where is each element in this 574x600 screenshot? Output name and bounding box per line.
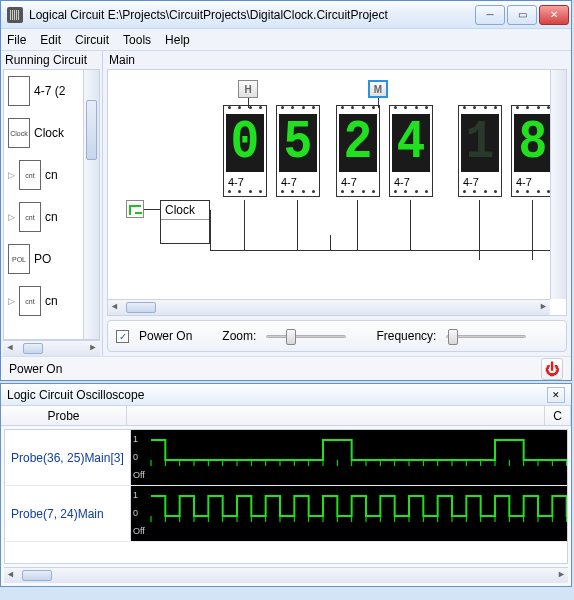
- menu-file[interactable]: File: [7, 33, 26, 47]
- sidebar-title: Running Circuit: [1, 51, 102, 69]
- oscilloscope-hscrollbar[interactable]: [4, 567, 568, 583]
- sidebar-hscrollbar[interactable]: [3, 340, 100, 356]
- sidebar-vscrollbar[interactable]: [83, 70, 99, 339]
- oscilloscope-titlebar[interactable]: Logic Circuit Oscilloscope ✕: [1, 384, 571, 406]
- clock-source-icon[interactable]: [126, 200, 144, 218]
- axis-label: 1: [133, 490, 138, 500]
- chip-icon: POL: [8, 244, 30, 274]
- seven-seg-module[interactable]: 44-7: [389, 105, 433, 197]
- clock-chip-label: Clock: [161, 201, 209, 220]
- probe-plot[interactable]: 1 0 Off: [131, 430, 567, 485]
- expand-icon[interactable]: ▷: [8, 170, 15, 180]
- list-item-label: PO: [34, 252, 51, 266]
- status-text: Power On: [9, 362, 62, 376]
- axis-label: Off: [133, 526, 145, 536]
- canvas-hscrollbar[interactable]: [108, 299, 550, 315]
- axis-label: 0: [133, 452, 138, 462]
- menubar: File Edit Circuit Tools Help: [1, 29, 571, 51]
- canvas-vscrollbar[interactable]: [550, 70, 566, 299]
- power-checkbox[interactable]: ✓: [116, 330, 129, 343]
- frequency-slider[interactable]: [446, 327, 526, 345]
- maximize-button[interactable]: ▭: [507, 5, 537, 25]
- col-probe[interactable]: Probe: [1, 406, 127, 425]
- list-item-label: cn: [45, 294, 58, 308]
- probe-row: Probe(36, 25)Main[3] 1 0 Off: [5, 430, 567, 486]
- digit: 4: [397, 117, 426, 170]
- circuit-explorer[interactable]: 4-7 (2 ClockClock ▷cntcn ▷cntcn POLPO ▷c…: [3, 69, 100, 340]
- button-m[interactable]: M: [368, 80, 388, 98]
- axis-label: Off: [133, 470, 145, 480]
- probe-row: Probe(7, 24)Main 1 0 Off: [5, 486, 567, 542]
- probe-plot[interactable]: 1 0 Off: [131, 486, 567, 541]
- menu-edit[interactable]: Edit: [40, 33, 61, 47]
- digit: 8: [519, 117, 548, 170]
- chip-icon: cnt: [19, 202, 41, 232]
- menu-circuit[interactable]: Circuit: [75, 33, 109, 47]
- window-title: Logical Circuit E:\Projects\CircuitProje…: [29, 8, 475, 22]
- seven-seg-module[interactable]: 04-7: [223, 105, 267, 197]
- sidebar: Running Circuit 4-7 (2 ClockClock ▷cntcn…: [1, 51, 103, 356]
- col-c[interactable]: C: [545, 406, 571, 425]
- list-item-label: 4-7 (2: [34, 84, 65, 98]
- digit: 1: [466, 117, 495, 170]
- oscilloscope-body: Probe(36, 25)Main[3] 1 0 Off Probe(7, 24…: [4, 429, 568, 564]
- chip-icon: cnt: [19, 160, 41, 190]
- chip-icon: Clock: [8, 118, 30, 148]
- digit: 5: [284, 117, 313, 170]
- module-label: 4-7: [224, 174, 266, 190]
- seven-seg-module[interactable]: 14-7: [458, 105, 502, 197]
- menu-help[interactable]: Help: [165, 33, 190, 47]
- seven-seg-module[interactable]: 84-7: [511, 105, 550, 197]
- statusbar: Power On ⏻: [1, 356, 571, 380]
- chip-icon: [8, 76, 30, 106]
- frequency-label: Frequency:: [376, 329, 436, 343]
- probe-label[interactable]: Probe(36, 25)Main[3]: [5, 430, 131, 485]
- power-label: Power On: [139, 329, 192, 343]
- zoom-label: Zoom:: [222, 329, 256, 343]
- list-item-label: cn: [45, 210, 58, 224]
- control-bar: ✓ Power On Zoom: Frequency:: [107, 320, 567, 352]
- module-label: 4-7: [512, 174, 550, 190]
- app-icon: [7, 7, 23, 23]
- digit: 2: [344, 117, 373, 170]
- seven-seg-module[interactable]: 54-7: [276, 105, 320, 197]
- power-button-icon[interactable]: ⏻: [541, 358, 563, 380]
- oscilloscope-close-icon[interactable]: ✕: [547, 387, 565, 403]
- clock-chip[interactable]: Clock: [160, 200, 210, 244]
- canvas-title: Main: [103, 51, 571, 69]
- minimize-button[interactable]: ─: [475, 5, 505, 25]
- menu-tools[interactable]: Tools: [123, 33, 151, 47]
- expand-icon[interactable]: ▷: [8, 296, 15, 306]
- titlebar[interactable]: Logical Circuit E:\Projects\CircuitProje…: [1, 1, 571, 29]
- circuit-canvas[interactable]: H M 04-7 54-7 24-7 44-7: [108, 70, 550, 299]
- oscilloscope-header: Probe C: [1, 406, 571, 426]
- chip-icon: cnt: [19, 286, 41, 316]
- axis-label: 1: [133, 434, 138, 444]
- zoom-slider[interactable]: [266, 327, 346, 345]
- module-label: 4-7: [277, 174, 319, 190]
- expand-icon[interactable]: ▷: [8, 212, 15, 222]
- digit: 0: [231, 117, 260, 170]
- module-label: 4-7: [337, 174, 379, 190]
- list-item-label: Clock: [34, 126, 64, 140]
- oscilloscope-title: Logic Circuit Oscilloscope: [7, 388, 144, 402]
- seven-seg-module[interactable]: 24-7: [336, 105, 380, 197]
- module-label: 4-7: [390, 174, 432, 190]
- list-item-label: cn: [45, 168, 58, 182]
- module-label: 4-7: [459, 174, 501, 190]
- probe-label[interactable]: Probe(7, 24)Main: [5, 486, 131, 541]
- axis-label: 0: [133, 508, 138, 518]
- close-button[interactable]: ✕: [539, 5, 569, 25]
- button-h[interactable]: H: [238, 80, 258, 98]
